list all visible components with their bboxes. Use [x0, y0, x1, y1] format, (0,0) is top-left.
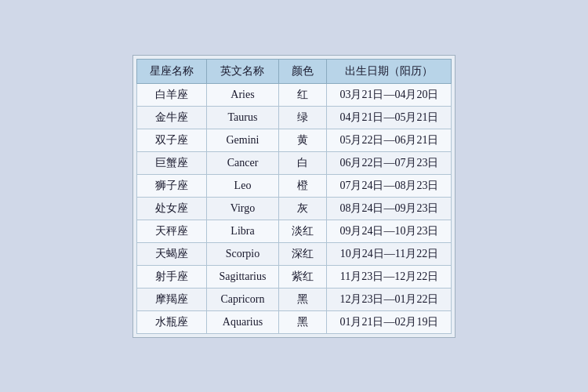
- cell-chinese-name: 摩羯座: [136, 288, 206, 310]
- cell-color: 白: [279, 151, 327, 174]
- cell-english-name: Aquarius: [206, 310, 279, 333]
- cell-dates: 11月23日—12月22日: [327, 265, 452, 288]
- table-row: 天秤座Libra淡红09月24日—10月23日: [136, 220, 452, 242]
- cell-english-name: Cancer: [206, 151, 279, 174]
- cell-chinese-name: 天秤座: [136, 220, 206, 242]
- zodiac-table-container: 星座名称 英文名称 颜色 出生日期（阳历） 白羊座Aries红03月21日—04…: [132, 55, 456, 338]
- cell-chinese-name: 水瓶座: [136, 310, 206, 333]
- cell-dates: 08月24日—09月23日: [327, 197, 452, 220]
- cell-chinese-name: 双子座: [136, 129, 206, 151]
- cell-color: 绿: [279, 106, 327, 129]
- table-row: 狮子座Leo橙07月24日—08月23日: [136, 174, 452, 197]
- cell-dates: 06月22日—07月23日: [327, 151, 452, 174]
- header-chinese-name: 星座名称: [136, 59, 206, 83]
- cell-english-name: Capricorn: [206, 288, 279, 310]
- table-row: 金牛座Taurus绿04月21日—05月21日: [136, 106, 452, 129]
- table-row: 天蝎座Scorpio深红10月24日—11月22日: [136, 242, 452, 265]
- cell-chinese-name: 巨蟹座: [136, 151, 206, 174]
- table-row: 射手座Sagittarius紫红11月23日—12月22日: [136, 265, 452, 288]
- cell-english-name: Leo: [206, 174, 279, 197]
- cell-dates: 09月24日—10月23日: [327, 220, 452, 242]
- cell-chinese-name: 白羊座: [136, 83, 206, 106]
- cell-english-name: Scorpio: [206, 242, 279, 265]
- cell-dates: 12月23日—01月22日: [327, 288, 452, 310]
- cell-dates: 10月24日—11月22日: [327, 242, 452, 265]
- cell-color: 紫红: [279, 265, 327, 288]
- table-row: 水瓶座Aquarius黑01月21日—02月19日: [136, 310, 452, 333]
- cell-dates: 04月21日—05月21日: [327, 106, 452, 129]
- cell-chinese-name: 天蝎座: [136, 242, 206, 265]
- cell-english-name: Sagittarius: [206, 265, 279, 288]
- cell-chinese-name: 金牛座: [136, 106, 206, 129]
- cell-english-name: Aries: [206, 83, 279, 106]
- header-dates: 出生日期（阳历）: [327, 59, 452, 83]
- cell-color: 黑: [279, 310, 327, 333]
- cell-color: 黄: [279, 129, 327, 151]
- cell-chinese-name: 狮子座: [136, 174, 206, 197]
- zodiac-table: 星座名称 英文名称 颜色 出生日期（阳历） 白羊座Aries红03月21日—04…: [136, 59, 452, 334]
- cell-color: 红: [279, 83, 327, 106]
- cell-dates: 05月22日—06月21日: [327, 129, 452, 151]
- cell-color: 黑: [279, 288, 327, 310]
- table-row: 白羊座Aries红03月21日—04月20日: [136, 83, 452, 106]
- table-row: 处女座Virgo灰08月24日—09月23日: [136, 197, 452, 220]
- table-row: 巨蟹座Cancer白06月22日—07月23日: [136, 151, 452, 174]
- table-row: 摩羯座Capricorn黑12月23日—01月22日: [136, 288, 452, 310]
- table-header-row: 星座名称 英文名称 颜色 出生日期（阳历）: [136, 59, 452, 83]
- cell-color: 淡红: [279, 220, 327, 242]
- cell-chinese-name: 处女座: [136, 197, 206, 220]
- cell-english-name: Libra: [206, 220, 279, 242]
- cell-color: 深红: [279, 242, 327, 265]
- cell-color: 橙: [279, 174, 327, 197]
- cell-dates: 01月21日—02月19日: [327, 310, 452, 333]
- cell-english-name: Gemini: [206, 129, 279, 151]
- cell-english-name: Virgo: [206, 197, 279, 220]
- cell-english-name: Taurus: [206, 106, 279, 129]
- cell-chinese-name: 射手座: [136, 265, 206, 288]
- header-color: 颜色: [279, 59, 327, 83]
- cell-dates: 07月24日—08月23日: [327, 174, 452, 197]
- header-english-name: 英文名称: [206, 59, 279, 83]
- table-row: 双子座Gemini黄05月22日—06月21日: [136, 129, 452, 151]
- cell-color: 灰: [279, 197, 327, 220]
- cell-dates: 03月21日—04月20日: [327, 83, 452, 106]
